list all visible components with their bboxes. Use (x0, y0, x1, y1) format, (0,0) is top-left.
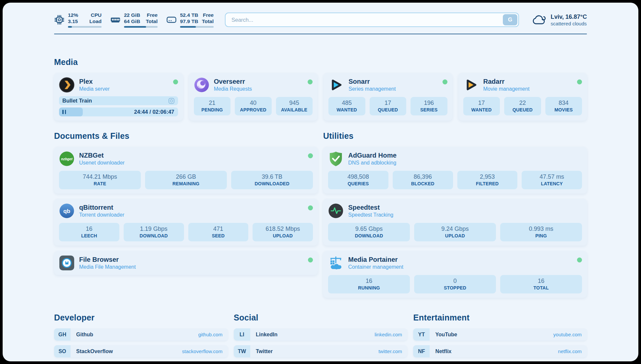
link-abbr: LI (234, 328, 250, 341)
section-title-social: Social (234, 313, 408, 322)
app-subtitle: Usenet downloader (79, 159, 125, 166)
link-url: linkedin.com (375, 328, 407, 341)
radarr-icon (463, 77, 479, 93)
playback-time: 24:44 / 02:06:47 (134, 107, 174, 116)
ram-label-1: Free (146, 12, 158, 18)
disk-icon (166, 15, 177, 25)
link-abbr: YT (413, 328, 430, 341)
link-name: LinkedIn (250, 328, 278, 341)
cpu-value-pct: 12% (68, 12, 78, 18)
link-name: Netflix (430, 345, 451, 357)
link-netflix[interactable]: NF Netflix netflix.com (413, 345, 587, 357)
stat-running: 16 RUNNING (328, 275, 410, 293)
app-card-qbittorrent[interactable]: qb qBittorrent Torrent downloader 16 LEE… (54, 199, 318, 246)
disk-label-1: Free (202, 12, 214, 18)
status-dot (308, 153, 313, 158)
link-url: github.com (198, 328, 228, 341)
section-media: Media Plex Media server (54, 57, 587, 121)
link-linkedin[interactable]: LI LinkedIn linkedin.com (234, 328, 408, 341)
ram-icon (110, 15, 121, 25)
stat-total: 16 TOTAL (500, 275, 582, 293)
link-name: YouTube (430, 328, 457, 341)
app-subtitle: Movie management (483, 85, 530, 92)
stat-download: 9.65 Gbps DOWNLOAD (328, 223, 410, 241)
qbittorrent-icon: qb (59, 203, 75, 219)
app-subtitle: Series management (349, 85, 396, 92)
stat-ping: 0.993 ms PING (500, 223, 582, 241)
stat-rate: 744.21 Mbps RATE (59, 171, 141, 189)
app-name: NZBGet (79, 151, 125, 159)
link-abbr: NF (413, 345, 430, 357)
app-name: Media Portainer (348, 256, 403, 263)
stat-latency: 47.57 ms LATENCY (522, 171, 582, 189)
cpu-icon (54, 15, 65, 25)
system-stats: 12% 3.15 CPU Load (54, 12, 214, 28)
link-twitter[interactable]: TW Twitter twitter.com (234, 345, 408, 357)
overseerr-icon (194, 77, 209, 93)
svg-text:nzbget: nzbget (61, 157, 73, 161)
app-subtitle: Media server (79, 85, 109, 92)
section-title-media: Media (54, 57, 587, 67)
disk-free-value: 52.4 TB (180, 12, 198, 18)
status-dot (308, 205, 313, 210)
app-card-speedtest[interactable]: Speedtest Speedtest Tracking 9.65 Gbps D… (323, 199, 587, 246)
app-card-adguard[interactable]: AdGuard Home DNS and adblocking 498,508 … (323, 147, 587, 194)
app-card-sonarr[interactable]: Sonarr Series management 485 WANTED 17 Q… (323, 73, 452, 121)
link-url: youtube.com (553, 328, 587, 341)
pause-icon (62, 110, 66, 114)
section-utilities: Utilities (323, 131, 587, 298)
search-input[interactable] (225, 13, 519, 27)
stat-available: 945 AVAILABLE (276, 97, 313, 115)
section-title-utilities: Utilities (323, 131, 587, 141)
app-subtitle: Torrent downloader (79, 211, 124, 218)
app-card-overseerr[interactable]: Overseerr Media Requests 21 PENDING 40 A… (189, 73, 318, 121)
app-card-radarr[interactable]: Radarr Movie management 17 WANTED 22 QUE… (458, 73, 587, 121)
app-card-plex[interactable]: Plex Media server Bullet Train (54, 73, 183, 121)
app-name: qBittorrent (79, 203, 124, 211)
status-dot (308, 79, 313, 84)
section-title-developer: Developer (54, 313, 228, 322)
media-disc-icon (168, 98, 175, 104)
app-name: AdGuard Home (348, 151, 397, 159)
stat-leech: 16 LEECH (59, 223, 119, 241)
app-card-nzbget[interactable]: nzbget NZBGet Usenet downloader 744.21 M… (54, 147, 318, 194)
link-abbr: GH (54, 328, 71, 341)
header-divider (54, 34, 587, 34)
top-bar: 12% 3.15 CPU Load (54, 12, 587, 28)
stat-wanted: 485 WANTED (328, 97, 365, 115)
filebrowser-icon (59, 255, 75, 271)
app-subtitle: Speedtest Tracking (348, 211, 393, 218)
stat-series: 196 SERIES (411, 97, 447, 115)
link-youtube[interactable]: YT YouTube youtube.com (413, 328, 587, 341)
disk-label-2: Total (202, 18, 214, 24)
disk-total-value: 97.9 TB (180, 18, 198, 24)
bookmark-group-entertainment: Entertainment YT YouTube youtube.com NF … (413, 313, 587, 361)
link-url: netflix.com (558, 345, 587, 357)
app-name: Sonarr (349, 77, 396, 85)
status-dot (577, 79, 582, 84)
stat-queued: 17 QUEUED (370, 97, 407, 115)
link-url: stackoverflow.com (182, 345, 228, 357)
stat-approved: 40 APPROVED (235, 97, 272, 115)
svg-text:qb: qb (63, 208, 70, 214)
nzbget-icon: nzbget (59, 151, 75, 167)
plex-icon (59, 77, 75, 93)
link-stackoverflow[interactable]: SO StackOverflow stackoverflow.com (54, 345, 228, 357)
link-abbr: TW (234, 345, 250, 357)
search-engine-button[interactable]: G (503, 14, 517, 25)
stat-filtered: 2,953 FILTERED (457, 171, 518, 189)
link-name: Github (71, 328, 93, 341)
cpu-stat: 12% 3.15 CPU Load (54, 12, 102, 28)
dashboard-panel: 12% 3.15 CPU Load (3, 3, 638, 361)
cpu-value-load: 3.15 (68, 18, 78, 24)
app-subtitle: Media Requests (214, 85, 252, 92)
app-card-portainer[interactable]: Media Portainer Container management 16 … (323, 251, 587, 298)
ram-progress-bar (124, 26, 158, 28)
stat-queued: 22 QUEUED (504, 97, 541, 115)
cpu-progress-bar (68, 26, 102, 28)
status-dot (577, 258, 582, 262)
link-github[interactable]: GH Github github.com (54, 328, 228, 341)
stat-upload: 9.24 Gbps UPLOAD (414, 223, 496, 241)
now-playing-row: Bullet Train (59, 96, 178, 105)
app-card-filebrowser[interactable]: File Browser Media File Management (54, 251, 318, 275)
